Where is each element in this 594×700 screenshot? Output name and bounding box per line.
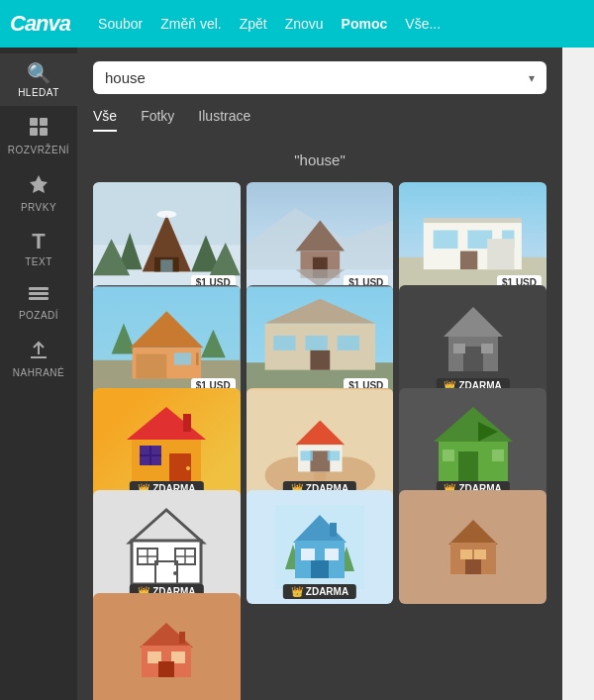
svg-rect-18	[160, 259, 172, 271]
tab-all[interactable]: Vše	[93, 108, 117, 132]
topbar-zmenv[interactable]: Změň vel.	[160, 16, 221, 32]
svg-rect-1	[40, 118, 48, 126]
result-item-7[interactable]: 👑 ZDARMA	[93, 388, 241, 501]
search-icon: 🔍	[27, 63, 51, 83]
results-title: "house"	[93, 151, 546, 168]
svg-marker-54	[444, 307, 503, 337]
svg-rect-45	[196, 352, 198, 364]
svg-rect-74	[327, 450, 339, 460]
upload-icon	[28, 339, 50, 363]
sidebar: 🔍 HLEDAT ROZVRŽENÍ PRVKY T	[0, 48, 77, 700]
sidebar-item-text[interactable]: T TEXT	[0, 221, 77, 275]
sidebar-label-layout: ROZVRŽENÍ	[8, 145, 69, 155]
svg-rect-99	[330, 523, 337, 537]
cartoon-small-brown	[399, 490, 546, 603]
result-item-13[interactable]	[93, 593, 241, 700]
crown-icon-11: 👑	[291, 586, 303, 597]
svg-rect-3	[40, 128, 48, 136]
text-icon: T	[32, 231, 45, 252]
sidebar-item-search[interactable]: 🔍 HLEDAT	[0, 53, 77, 106]
result-item-11[interactable]: 👑 ZDARMA	[247, 490, 394, 603]
topbar: Canva Soubor Změň vel. Zpět Znovu Pomoc …	[0, 0, 594, 48]
svg-marker-59	[127, 407, 206, 440]
sidebar-label-text: TEXT	[25, 256, 52, 267]
sidebar-label-elements: PRVKY	[21, 202, 56, 213]
topbar-vse[interactable]: Vše...	[405, 16, 441, 32]
free-badge-11: 👑 ZDARMA	[283, 584, 356, 599]
cartoon-small-pink	[93, 593, 241, 700]
svg-rect-58	[481, 344, 493, 353]
result-item-5[interactable]: $1 USD	[247, 285, 394, 398]
svg-point-20	[156, 211, 176, 218]
tabs: Vše Fotky Ilustrace	[93, 108, 546, 132]
svg-rect-6	[29, 292, 49, 295]
svg-rect-53	[310, 350, 330, 370]
result-item-3[interactable]: $1 USD	[399, 182, 546, 295]
svg-rect-96	[301, 549, 315, 560]
svg-rect-97	[325, 549, 339, 560]
svg-rect-109	[158, 661, 174, 677]
results-grid: $1 USD	[93, 182, 546, 700]
svg-rect-7	[29, 297, 49, 300]
canva-logo: Canva	[10, 11, 70, 37]
tab-illustrations[interactable]: Ilustrace	[198, 108, 250, 132]
svg-rect-57	[453, 344, 465, 353]
svg-rect-36	[488, 239, 515, 269]
search-input[interactable]	[105, 69, 529, 86]
svg-rect-73	[300, 450, 312, 460]
topbar-znovu[interactable]: Znovu	[285, 16, 324, 32]
svg-rect-2	[30, 128, 38, 136]
svg-rect-80	[492, 450, 504, 461]
svg-rect-98	[311, 560, 329, 578]
sidebar-label-background: POZADÍ	[19, 310, 58, 321]
svg-rect-50	[273, 336, 295, 350]
svg-rect-56	[463, 347, 483, 371]
topbar-soubor[interactable]: Soubor	[98, 16, 143, 32]
svg-rect-103	[474, 550, 486, 559]
search-dropdown-arrow[interactable]: ▾	[529, 71, 535, 85]
result-item-1[interactable]: $1 USD	[93, 182, 241, 295]
svg-rect-52	[337, 336, 358, 350]
sidebar-item-uploads[interactable]: NAHRANÉ	[0, 329, 77, 386]
svg-point-66	[186, 466, 190, 470]
svg-rect-5	[29, 287, 49, 290]
svg-rect-43	[136, 353, 166, 378]
svg-rect-60	[183, 414, 191, 432]
svg-rect-51	[305, 336, 327, 350]
result-item-10[interactable]: 👑 ZDARMA	[93, 490, 241, 603]
sidebar-item-background[interactable]: POZADÍ	[0, 275, 77, 329]
svg-marker-75	[434, 407, 513, 442]
result-item-8[interactable]: 👑 ZDARMA	[247, 388, 394, 501]
svg-rect-0	[30, 118, 38, 126]
topbar-pomoc[interactable]: Pomoc	[342, 16, 388, 32]
svg-rect-44	[174, 352, 191, 364]
svg-marker-100	[448, 520, 498, 545]
sidebar-item-elements[interactable]: PRVKY	[0, 163, 77, 221]
result-item-6[interactable]: 👑 ZDARMA	[399, 285, 546, 398]
svg-rect-110	[179, 632, 185, 644]
svg-rect-31	[424, 218, 522, 223]
search-bar[interactable]: ▾	[93, 61, 546, 94]
svg-rect-72	[310, 450, 330, 471]
result-item-12[interactable]	[399, 490, 546, 603]
sidebar-label-uploads: NAHRANÉ	[13, 367, 64, 378]
svg-marker-81	[130, 510, 203, 543]
elements-icon	[28, 173, 50, 198]
layout-icon	[28, 116, 50, 141]
result-item-4[interactable]: $1 USD	[93, 285, 241, 398]
svg-point-90	[173, 571, 177, 575]
search-panel: ▾ Vše Fotky Ilustrace "house"	[77, 48, 562, 700]
svg-rect-104	[465, 559, 481, 574]
svg-rect-79	[443, 450, 454, 461]
tab-photos[interactable]: Fotky	[141, 108, 174, 132]
svg-marker-4	[30, 175, 48, 193]
result-item-9[interactable]: 👑 ZDARMA	[399, 388, 546, 501]
sidebar-item-layout[interactable]: ROZVRŽENÍ	[0, 106, 77, 163]
svg-rect-35	[460, 251, 477, 270]
topbar-zpet[interactable]: Zpět	[240, 16, 267, 32]
svg-rect-32	[434, 231, 458, 250]
sidebar-label-search: HLEDAT	[18, 87, 59, 98]
background-icon	[28, 285, 50, 306]
svg-rect-102	[460, 550, 472, 559]
result-item-2[interactable]: $1 USD	[247, 182, 394, 295]
